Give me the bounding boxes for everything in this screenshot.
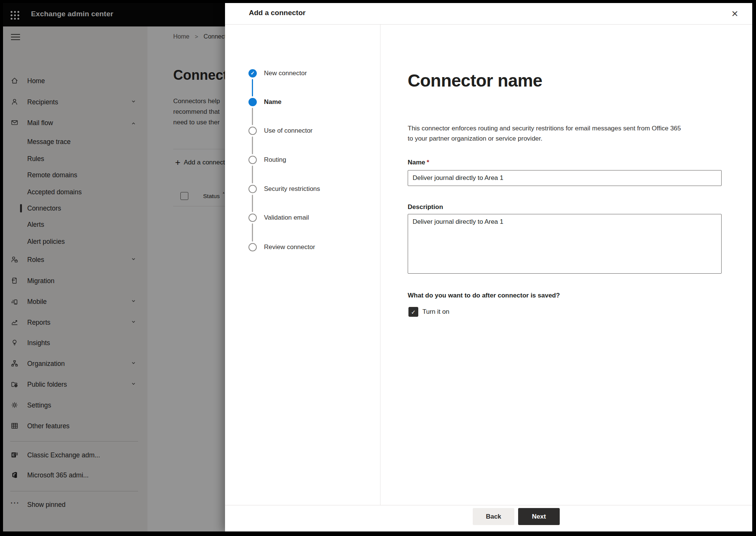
required-asterisk: * (427, 159, 429, 166)
step-connector-line (252, 166, 253, 183)
step-circle-icon (248, 243, 257, 251)
app-window: Exchange admin center Home Recipients Ma… (3, 3, 752, 531)
step-circle-icon (248, 156, 257, 164)
step-new-connector[interactable]: ✓ New connector (225, 68, 376, 79)
dialog-header: Add a connector × (225, 3, 752, 25)
step-name[interactable]: Name (225, 97, 376, 107)
turn-it-on-label: Turn it on (422, 308, 449, 316)
step-circle-icon (248, 185, 257, 193)
turn-it-on-checkbox-row[interactable]: ✓ Turn it on (408, 307, 449, 317)
connector-name-heading: Connector name (408, 70, 542, 91)
step-use-of-connector[interactable]: Use of connector (225, 125, 376, 136)
step-security-restrictions[interactable]: Security restrictions (225, 184, 376, 194)
connector-description-text: This connector enforces routing and secu… (408, 123, 681, 144)
name-input[interactable] (408, 170, 722, 186)
step-routing[interactable]: Routing (225, 155, 376, 165)
step-check-icon: ✓ (248, 69, 257, 77)
description-field-label: Description (408, 203, 443, 211)
name-field-label: Name* (408, 159, 429, 166)
step-review-connector[interactable]: Review connector (225, 242, 376, 253)
step-validation-email[interactable]: Validation email (225, 212, 376, 223)
after-save-question: What do you want to do after connector i… (408, 292, 560, 299)
step-connector-line (252, 136, 253, 154)
close-icon[interactable]: × (727, 6, 742, 21)
add-connector-dialog: Add a connector × ✓ New connector Name U… (225, 3, 752, 531)
wizard-steps-panel: ✓ New connector Name Use of connector Ro… (225, 25, 380, 505)
step-connector-line (252, 195, 253, 212)
next-button[interactable]: Next (518, 508, 560, 525)
dialog-footer: Back Next (225, 505, 752, 531)
step-connector-line (252, 108, 253, 125)
dialog-title: Add a connector (249, 9, 306, 17)
checkbox-checked-icon[interactable]: ✓ (408, 307, 418, 317)
back-button[interactable]: Back (473, 508, 514, 525)
step-connector-line (252, 79, 253, 96)
step-current-dot-icon (248, 98, 257, 106)
description-textarea[interactable]: Deliver journal directly to Area 1 (408, 214, 722, 274)
step-circle-icon (248, 214, 257, 222)
step-connector-line (252, 223, 253, 242)
step-circle-icon (248, 127, 257, 135)
